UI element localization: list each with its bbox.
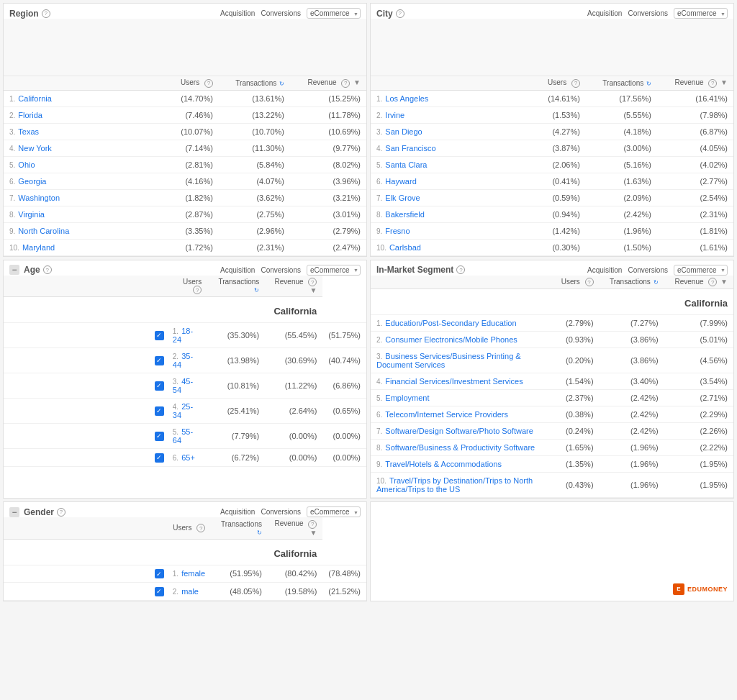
gender-minus-icon[interactable]: − bbox=[9, 507, 19, 517]
row-name-link[interactable]: Florida bbox=[18, 111, 42, 119]
age-revenue-sort-icon[interactable]: ▼ bbox=[309, 286, 317, 294]
row-users: (1.35%) bbox=[552, 456, 600, 473]
age-ecommerce-select[interactable]: eCommerce bbox=[307, 265, 361, 276]
gender-col-users: Users ? bbox=[167, 517, 211, 539]
checkbox-checked-icon[interactable]: ✓ bbox=[155, 453, 164, 463]
row-name-link[interactable]: Fresno bbox=[385, 227, 410, 235]
age-help-icon[interactable]: ? bbox=[43, 265, 52, 274]
region-help-icon[interactable]: ? bbox=[42, 9, 50, 18]
in-market-revenue-sort-icon[interactable]: ▼ bbox=[720, 278, 728, 286]
row-name-link[interactable]: Education/Post-Secondary Education bbox=[385, 319, 516, 327]
row-name-cell: 1.Los Angeles bbox=[371, 90, 534, 106]
checkbox-checked-icon[interactable]: ✓ bbox=[155, 432, 164, 441]
row-name-link[interactable]: Business Services/Business Printing & Do… bbox=[376, 352, 521, 369]
row-name-link[interactable]: Elk Grove bbox=[385, 194, 420, 202]
row-name-link[interactable]: San Diego bbox=[385, 127, 422, 136]
table-row: 3.San Diego(4.27%)(4.18%)(6.87%) bbox=[371, 123, 733, 140]
row-name-link[interactable]: Hayward bbox=[385, 177, 416, 186]
gender-users-help-icon[interactable]: ? bbox=[196, 524, 205, 532]
logo-area: E EDUMONEY bbox=[667, 578, 733, 601]
checkbox-checked-icon[interactable]: ✓ bbox=[155, 381, 164, 391]
region-ecommerce-select[interactable]: eCommerce bbox=[307, 8, 361, 19]
row-name-link[interactable]: Carlsbad bbox=[389, 243, 421, 252]
gender-ecommerce-select[interactable]: eCommerce bbox=[307, 506, 361, 517]
row-checkbox-cell[interactable]: ✓ bbox=[4, 373, 167, 399]
row-name-link[interactable]: Software/Business & Productivity Softwar… bbox=[385, 443, 535, 452]
row-transactions: (1.63%) bbox=[586, 173, 657, 189]
row-number: 3. bbox=[173, 378, 178, 386]
city-help-icon[interactable]: ? bbox=[396, 9, 404, 18]
checkbox-checked-icon[interactable]: ✓ bbox=[155, 587, 164, 596]
users-help-icon[interactable]: ? bbox=[204, 79, 213, 88]
checkbox-checked-icon[interactable]: ✓ bbox=[155, 331, 164, 340]
row-name-link[interactable]: male bbox=[181, 587, 199, 596]
age-col-transactions: Transactions ↻ bbox=[207, 276, 265, 297]
row-name-link[interactable]: San Francisco bbox=[385, 144, 435, 153]
revenue-sort-icon[interactable]: ▼ bbox=[353, 78, 361, 86]
row-checkbox-cell[interactable]: ✓ bbox=[4, 565, 167, 583]
row-name-link[interactable]: female bbox=[181, 569, 205, 578]
row-revenue: (51.75%) bbox=[322, 323, 366, 348]
table-row: 6.Telecom/Internet Service Providers(0.3… bbox=[371, 406, 733, 423]
row-name-link[interactable]: North Carolina bbox=[18, 227, 69, 235]
row-name-link[interactable]: New York bbox=[18, 144, 51, 153]
row-name-link[interactable]: Software/Design Software/Photo Software bbox=[385, 427, 533, 435]
gender-revenue-sort-icon[interactable]: ▼ bbox=[309, 529, 317, 537]
row-name-link[interactable]: Georgia bbox=[18, 177, 46, 186]
row-revenue: (2.29%) bbox=[664, 406, 733, 423]
row-name-link[interactable]: California bbox=[18, 94, 51, 103]
in-market-revenue-help-icon[interactable]: ? bbox=[708, 278, 717, 286]
row-name-link[interactable]: Financial Services/Investment Services bbox=[385, 377, 523, 386]
row-number: 8. bbox=[376, 444, 382, 452]
row-revenue: (3.21%) bbox=[290, 189, 366, 206]
row-users: (4.16%) bbox=[167, 173, 219, 189]
row-name-link[interactable]: Travel/Trips by Destination/Trips to Nor… bbox=[376, 476, 533, 494]
checkbox-checked-icon[interactable]: ✓ bbox=[155, 569, 164, 578]
in-market-ecommerce-select[interactable]: eCommerce bbox=[674, 265, 728, 276]
age-revenue-help-icon[interactable]: ? bbox=[308, 278, 317, 286]
row-name-link[interactable]: Consumer Electronics/Mobile Phones bbox=[385, 335, 517, 344]
city-users-help-icon[interactable]: ? bbox=[571, 79, 580, 88]
row-name-link[interactable]: Washington bbox=[18, 194, 60, 202]
row-name-link[interactable]: Employment bbox=[385, 394, 429, 402]
row-name-cell: 10.Travel/Trips by Destination/Trips to … bbox=[371, 473, 552, 498]
row-checkbox-cell[interactable]: ✓ bbox=[4, 583, 167, 601]
row-name-link[interactable]: Travel/Hotels & Accommodations bbox=[385, 460, 502, 468]
row-name-link[interactable]: Virginia bbox=[18, 210, 45, 219]
checkbox-checked-icon[interactable]: ✓ bbox=[155, 406, 164, 416]
revenue-help-icon[interactable]: ? bbox=[341, 79, 350, 88]
row-name-link[interactable]: Maryland bbox=[22, 243, 55, 252]
row-name-link[interactable]: 65+ bbox=[181, 453, 195, 462]
gender-revenue-help-icon[interactable]: ? bbox=[308, 520, 317, 529]
row-name-link[interactable]: Telecom/Internet Service Providers bbox=[385, 410, 508, 419]
age-tbody: ✓1.18-24(35.30%)(55.45%)(51.75%)✓2.35-44… bbox=[4, 323, 366, 467]
table-row: 4.San Francisco(3.87%)(3.00%)(4.05%) bbox=[371, 140, 733, 156]
row-checkbox-cell[interactable]: ✓ bbox=[4, 348, 167, 373]
row-name-cell: 7.Washington bbox=[4, 189, 167, 206]
row-checkbox-cell[interactable]: ✓ bbox=[4, 449, 167, 467]
age-minus-icon[interactable]: − bbox=[9, 265, 19, 275]
row-name-link[interactable]: Texas bbox=[18, 127, 39, 136]
city-ecommerce-select[interactable]: eCommerce bbox=[674, 8, 728, 19]
row-name-link[interactable]: Ohio bbox=[18, 160, 35, 169]
row-checkbox-cell[interactable]: ✓ bbox=[4, 399, 167, 424]
row-name-cell: 2.male bbox=[167, 583, 211, 601]
in-market-users-help-icon[interactable]: ? bbox=[585, 278, 594, 286]
row-checkbox-cell[interactable]: ✓ bbox=[4, 424, 167, 449]
age-users-help-icon[interactable]: ? bbox=[193, 286, 202, 294]
row-name-link[interactable]: Irvine bbox=[385, 111, 404, 119]
row-users: (13.98%) bbox=[207, 348, 265, 373]
row-number: 10. bbox=[9, 244, 19, 252]
city-revenue-help-icon[interactable]: ? bbox=[708, 79, 717, 88]
row-number: 4. bbox=[173, 403, 178, 411]
row-revenue: (4.56%) bbox=[664, 348, 733, 373]
row-name-link[interactable]: Bakersfield bbox=[385, 210, 424, 219]
checkbox-checked-icon[interactable]: ✓ bbox=[155, 356, 164, 365]
row-checkbox-cell[interactable]: ✓ bbox=[4, 323, 167, 348]
city-revenue-sort-icon[interactable]: ▼ bbox=[720, 78, 728, 86]
row-number: 9. bbox=[376, 460, 382, 468]
gender-help-icon[interactable]: ? bbox=[57, 508, 65, 517]
row-name-link[interactable]: Los Angeles bbox=[385, 94, 428, 103]
in-market-help-icon[interactable]: ? bbox=[456, 265, 465, 274]
row-name-link[interactable]: Santa Clara bbox=[385, 160, 427, 169]
